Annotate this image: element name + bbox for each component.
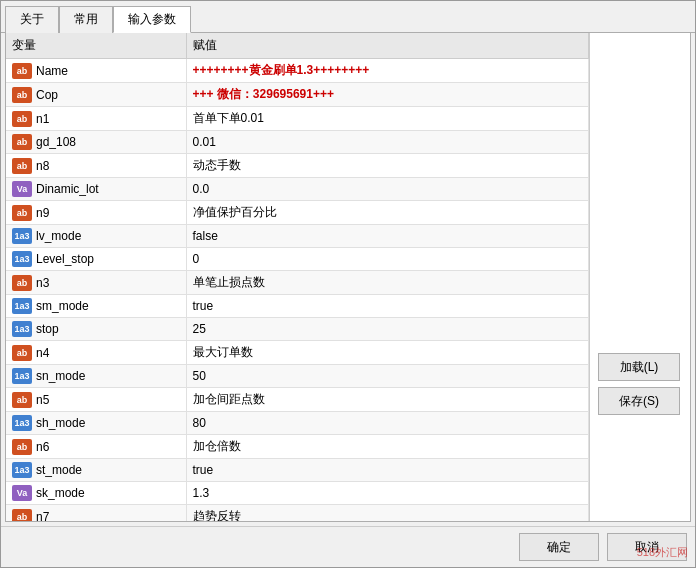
type-badge-ia: 1a3 bbox=[12, 228, 32, 244]
tab-common[interactable]: 常用 bbox=[59, 6, 113, 33]
tab-input-params[interactable]: 输入参数 bbox=[113, 6, 191, 33]
type-badge-ia: 1a3 bbox=[12, 251, 32, 267]
type-badge-ia: 1a3 bbox=[12, 321, 32, 337]
type-badge-ab: ab bbox=[12, 275, 32, 291]
value-cell: 50 bbox=[186, 365, 589, 388]
var-cell: 1a3sm_mode bbox=[6, 295, 186, 318]
table-row: VaDinamic_lot0.0 bbox=[6, 178, 589, 201]
var-cell: abn9 bbox=[6, 201, 186, 225]
value-cell: 趋势反转 bbox=[186, 505, 589, 522]
value-cell: 净值保护百分比 bbox=[186, 201, 589, 225]
load-button[interactable]: 加载(L) bbox=[598, 353, 680, 381]
type-badge-ab: ab bbox=[12, 345, 32, 361]
var-cell: abn3 bbox=[6, 271, 186, 295]
table-row: abn6加仓倍数 bbox=[6, 435, 589, 459]
value-cell: 0 bbox=[186, 248, 589, 271]
bottom-bar: 确定 取消 518外汇网 bbox=[1, 526, 695, 567]
table-row: abn3单笔止损点数 bbox=[6, 271, 589, 295]
type-badge-ab: ab bbox=[12, 509, 32, 522]
var-cell: Vask_mode bbox=[6, 482, 186, 505]
param-table: 变量 赋值 abName++++++++黄金刷单1.3++++++++abCop… bbox=[6, 33, 589, 521]
value-cell: ++++++++黄金刷单1.3++++++++ bbox=[186, 59, 589, 83]
type-badge-ia: 1a3 bbox=[12, 415, 32, 431]
var-name: sm_mode bbox=[36, 299, 89, 313]
table-row: 1a3sh_mode80 bbox=[6, 412, 589, 435]
table-row: 1a3lv_modefalse bbox=[6, 225, 589, 248]
table-row: Vask_mode1.3 bbox=[6, 482, 589, 505]
table-row: abCop+++ 微信：329695691+++ bbox=[6, 83, 589, 107]
type-badge-ab: ab bbox=[12, 439, 32, 455]
var-name: Name bbox=[36, 64, 68, 78]
table-row: 1a3Level_stop0 bbox=[6, 248, 589, 271]
tab-bar: 关于 常用 输入参数 bbox=[1, 1, 695, 33]
value-cell: 0.0 bbox=[186, 178, 589, 201]
table-header-row: 变量 赋值 bbox=[6, 33, 589, 59]
table-row: abName++++++++黄金刷单1.3++++++++ bbox=[6, 59, 589, 83]
var-cell: abn7 bbox=[6, 505, 186, 522]
value-cell: 动态手数 bbox=[186, 154, 589, 178]
value-cell: 单笔止损点数 bbox=[186, 271, 589, 295]
var-cell: abName bbox=[6, 59, 186, 83]
table-row: abn7趋势反转 bbox=[6, 505, 589, 522]
var-name: n7 bbox=[36, 510, 49, 522]
var-name: sh_mode bbox=[36, 416, 85, 430]
var-name: gd_108 bbox=[36, 135, 76, 149]
type-badge-ab: ab bbox=[12, 205, 32, 221]
var-cell: abCop bbox=[6, 83, 186, 107]
var-cell: 1a3sn_mode bbox=[6, 365, 186, 388]
var-cell: 1a3stop bbox=[6, 318, 186, 341]
var-name: n4 bbox=[36, 346, 49, 360]
table-row: 1a3st_modetrue bbox=[6, 459, 589, 482]
var-cell: 1a3sh_mode bbox=[6, 412, 186, 435]
watermark-text: 518外汇网 bbox=[637, 545, 688, 560]
tab-about[interactable]: 关于 bbox=[5, 6, 59, 33]
table-row: 1a3stop25 bbox=[6, 318, 589, 341]
type-badge-ab: ab bbox=[12, 134, 32, 150]
value-cell: 80 bbox=[186, 412, 589, 435]
table-row: abn4最大订单数 bbox=[6, 341, 589, 365]
value-cell: 最大订单数 bbox=[186, 341, 589, 365]
type-badge-ia: 1a3 bbox=[12, 462, 32, 478]
var-name: st_mode bbox=[36, 463, 82, 477]
var-cell: 1a3st_mode bbox=[6, 459, 186, 482]
value-cell: 加仓倍数 bbox=[186, 435, 589, 459]
value-cell: 1.3 bbox=[186, 482, 589, 505]
value-cell: 首单下单0.01 bbox=[186, 107, 589, 131]
var-name: n1 bbox=[36, 112, 49, 126]
var-name: n8 bbox=[36, 159, 49, 173]
value-cell: +++ 微信：329695691+++ bbox=[186, 83, 589, 107]
value-cell: 25 bbox=[186, 318, 589, 341]
save-button[interactable]: 保存(S) bbox=[598, 387, 680, 415]
right-panel: 加载(L) 保存(S) bbox=[590, 33, 690, 521]
var-cell: abn6 bbox=[6, 435, 186, 459]
table-row: abn5加仓间距点数 bbox=[6, 388, 589, 412]
value-cell: true bbox=[186, 295, 589, 318]
var-name: sk_mode bbox=[36, 486, 85, 500]
main-content: 变量 赋值 abName++++++++黄金刷单1.3++++++++abCop… bbox=[5, 33, 691, 522]
var-cell: abgd_108 bbox=[6, 131, 186, 154]
type-badge-ia: 1a3 bbox=[12, 298, 32, 314]
table-row: 1a3sn_mode50 bbox=[6, 365, 589, 388]
table-row: abn9净值保护百分比 bbox=[6, 201, 589, 225]
table-row: abn8动态手数 bbox=[6, 154, 589, 178]
var-cell: abn1 bbox=[6, 107, 186, 131]
var-cell: abn5 bbox=[6, 388, 186, 412]
table-row: abn1首单下单0.01 bbox=[6, 107, 589, 131]
col-header-var: 变量 bbox=[6, 33, 186, 59]
var-name: Dinamic_lot bbox=[36, 182, 99, 196]
var-name: n9 bbox=[36, 206, 49, 220]
col-header-value: 赋值 bbox=[186, 33, 589, 59]
table-row: 1a3sm_modetrue bbox=[6, 295, 589, 318]
var-cell: VaDinamic_lot bbox=[6, 178, 186, 201]
type-badge-ab: ab bbox=[12, 63, 32, 79]
ok-button[interactable]: 确定 bbox=[519, 533, 599, 561]
table-row: abgd_1080.01 bbox=[6, 131, 589, 154]
var-name: lv_mode bbox=[36, 229, 81, 243]
param-table-container[interactable]: 变量 赋值 abName++++++++黄金刷单1.3++++++++abCop… bbox=[6, 33, 590, 521]
type-badge-va: Va bbox=[12, 181, 32, 197]
value-cell: false bbox=[186, 225, 589, 248]
var-cell: abn4 bbox=[6, 341, 186, 365]
var-cell: 1a3Level_stop bbox=[6, 248, 186, 271]
type-badge-ia: 1a3 bbox=[12, 368, 32, 384]
var-cell: abn8 bbox=[6, 154, 186, 178]
